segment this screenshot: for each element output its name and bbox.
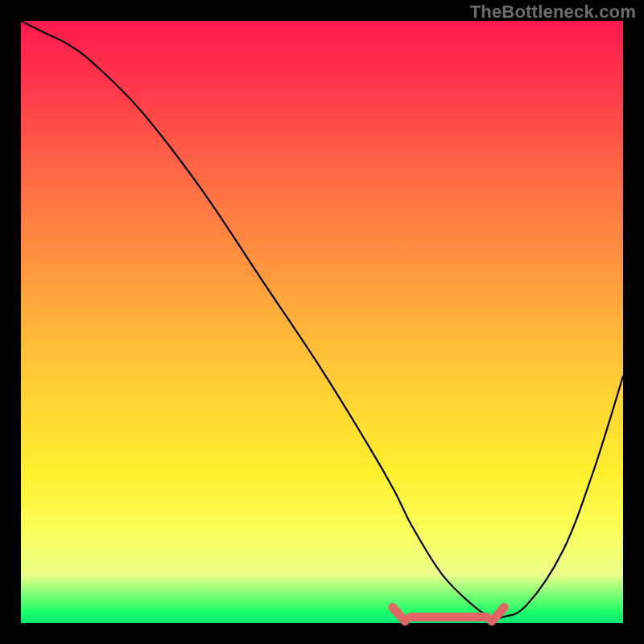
bottleneck-curve — [21, 21, 623, 623]
optimal-marker-flat — [406, 613, 492, 621]
chart-container: TheBottleneck.com — [0, 0, 644, 644]
plot-area — [21, 21, 623, 623]
watermark-text: TheBottleneck.com — [470, 2, 636, 23]
